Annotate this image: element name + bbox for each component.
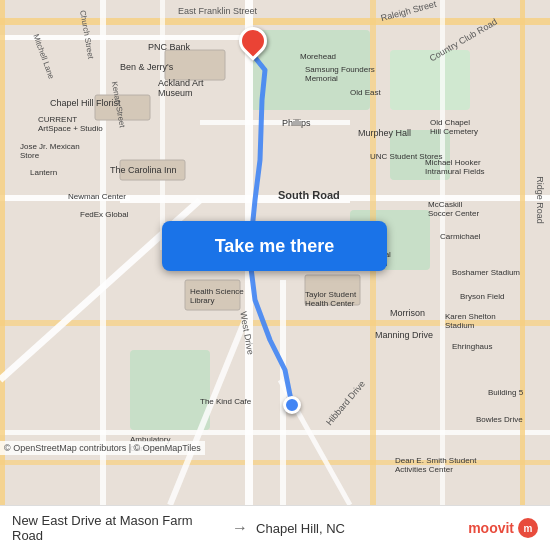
map-label-florist: Chapel Hill Florist <box>50 98 121 108</box>
moovit-logo: moovit m <box>468 518 538 538</box>
svg-rect-26 <box>165 50 225 80</box>
map-label-bowles: Bowles Drive <box>476 415 523 424</box>
map-label-murphey: Murphey Hall <box>358 128 411 138</box>
map-label-kind-cafe: The Kind Cafe <box>200 397 251 406</box>
svg-rect-19 <box>440 0 445 505</box>
svg-rect-20 <box>520 0 525 505</box>
start-marker <box>283 396 301 414</box>
map-label-ridge-road: Ridge Road <box>535 176 545 224</box>
map-label-east-franklin: East Franklin Street <box>178 6 257 16</box>
origin-label: New East Drive at Mason Farm Road <box>12 513 224 543</box>
map-label-mccaskill: McCaskillSoccer Center <box>428 200 479 218</box>
map-label-taylor: Taylor StudentHealth Center <box>305 290 356 308</box>
map-label-cemetery: Old ChapelHill Cemetery <box>430 118 478 136</box>
map-label-fedex: FedEx Global <box>80 210 128 219</box>
map-label-bryson: Bryson Field <box>460 292 504 301</box>
destination-label: Chapel Hill, NC <box>256 521 468 536</box>
map-label-samsung: Samsung FoundersMemorial <box>305 65 375 83</box>
moovit-icon: m <box>518 518 538 538</box>
map-label-building5: Building 5 <box>488 388 523 397</box>
svg-rect-15 <box>100 0 106 505</box>
svg-rect-14 <box>200 120 350 125</box>
svg-rect-16 <box>160 0 165 250</box>
map-label-karen: Karen SheltonStadium <box>445 312 496 330</box>
map-label-health-sci: Health ScienceLibrary <box>190 287 244 305</box>
direction-arrow: → <box>224 519 256 537</box>
end-marker <box>239 27 267 55</box>
map-label-intramural: Michael HookerIntramural Fields <box>425 158 485 176</box>
moovit-text: moovit <box>468 520 514 536</box>
map-label-manning: Manning Drive <box>375 330 433 340</box>
map-label-dean-smith: Dean E. Smith StudentActivities Center <box>395 456 476 474</box>
map-label-morehead: Morehead <box>300 52 336 61</box>
map-attribution: © OpenStreetMap contributors | © OpenMap… <box>0 441 205 455</box>
map-label-ehringhaus: Ehringhaus <box>452 342 492 351</box>
map-label-carolina-inn: The Carolina Inn <box>110 165 177 175</box>
map-label-old-east: Old East <box>350 88 381 97</box>
map-label-pnc: PNC Bank <box>148 42 190 52</box>
map-label-lantern: Lantern <box>30 168 57 177</box>
map-label-jose: Jose Jr. MexicanStore <box>20 142 80 160</box>
map-label-carmichael: Carmichael <box>440 232 480 241</box>
map-label-bj: Ben & Jerry's <box>120 62 173 72</box>
svg-rect-5 <box>130 350 210 430</box>
svg-rect-21 <box>0 0 5 505</box>
map-container: PNC Bank Ben & Jerry's Ackland ArtMuseum… <box>0 0 550 505</box>
map-label-newman: Newman Center <box>68 192 126 201</box>
take-me-there-button[interactable]: Take me there <box>162 221 387 271</box>
map-label-boshamer: Boshamer Stadium <box>452 268 520 277</box>
bottom-bar: New East Drive at Mason Farm Road → Chap… <box>0 505 550 550</box>
map-label-phillips: Phillips <box>282 118 311 128</box>
map-label-morrison: Morrison <box>390 308 425 318</box>
south-road-label: South Road <box>278 189 340 201</box>
map-label-ackland: Ackland ArtMuseum <box>158 78 204 98</box>
svg-rect-12 <box>0 430 550 435</box>
map-label-current: CURRENTArtSpace + Studio <box>38 115 103 133</box>
